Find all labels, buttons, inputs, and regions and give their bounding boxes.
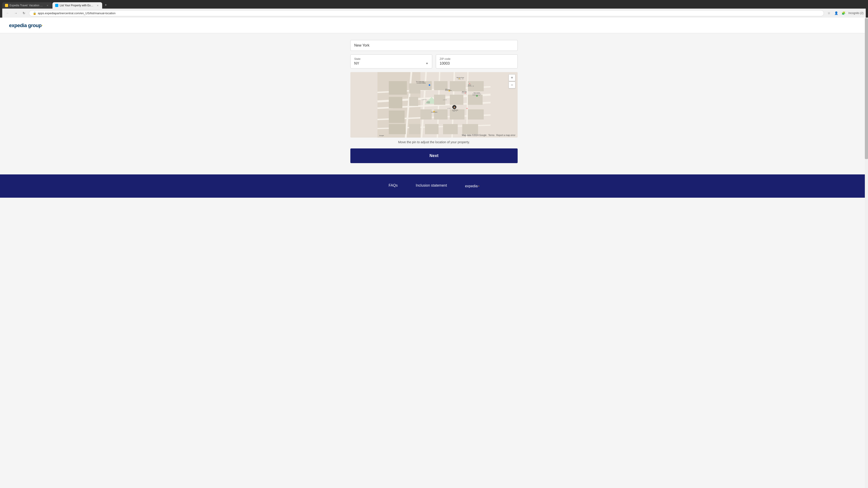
expedia-logo: expedia group· xyxy=(9,22,859,29)
tab-1-title: Expedia Travel: Vacation Home... xyxy=(9,4,44,7)
svg-rect-16 xyxy=(409,84,421,94)
page-footer: FAQs Inclusion statement expedia · xyxy=(0,174,868,198)
svg-rect-31 xyxy=(425,124,438,134)
svg-rect-15 xyxy=(389,110,405,123)
svg-text:Europe & American: Europe & American xyxy=(472,94,481,95)
tab-2-favicon xyxy=(55,4,58,7)
svg-text:Foundation Building: Foundation Building xyxy=(416,83,426,84)
logo-text: expedia group xyxy=(9,23,41,28)
svg-point-37 xyxy=(429,84,430,86)
main-content: New York State NY ▼ ZIP code 10003 xyxy=(346,33,522,170)
svg-text:E 7th St: E 7th St xyxy=(447,108,452,109)
forward-button[interactable]: → xyxy=(13,10,19,16)
svg-rect-17 xyxy=(409,97,418,106)
state-field[interactable]: State NY ▼ xyxy=(350,55,432,68)
bookmark-button[interactable]: ☆ xyxy=(826,10,832,16)
svg-text:Japanese · $$: Japanese · $$ xyxy=(467,86,474,87)
scrollbar-thumb[interactable] xyxy=(865,18,868,159)
zip-field[interactable]: ZIP code 10003 xyxy=(436,55,518,68)
address-bar[interactable]: 🔒 apps.expediapartnercentral.com/en_US/l… xyxy=(29,10,824,16)
next-button[interactable]: Next xyxy=(350,149,518,163)
zoom-out-button[interactable]: − xyxy=(508,82,515,88)
svg-rect-30 xyxy=(409,124,421,134)
footer-faqs-link[interactable]: FAQs xyxy=(389,184,398,189)
svg-text:Italian · $: Italian · $ xyxy=(453,111,457,112)
svg-rect-60 xyxy=(467,108,467,109)
svg-text:Librae Bakery: Librae Bakery xyxy=(431,111,438,113)
svg-rect-23 xyxy=(450,95,463,105)
map-container[interactable]: Cooper Sq E 7th St E 7th St The Cooper U… xyxy=(350,72,518,138)
map-svg: Cooper Sq E 7th St E 7th St The Cooper U… xyxy=(350,72,518,138)
city-field[interactable]: New York xyxy=(350,40,518,51)
chevron-down-icon: ▼ xyxy=(426,62,428,65)
svg-rect-43 xyxy=(469,83,470,84)
svg-text:Kosher · $: Kosher · $ xyxy=(462,92,467,94)
svg-text:Mountain House: Mountain House xyxy=(457,77,464,78)
toolbar-actions: ☆ 👤 🧩 Incognito (2) xyxy=(826,10,864,16)
svg-text:McSorley's: McSorley's xyxy=(445,89,451,90)
new-tab-button[interactable]: + xyxy=(103,2,109,8)
svg-text:Kimura: Kimura xyxy=(468,85,471,86)
svg-rect-14 xyxy=(389,97,402,108)
page-header: expedia group· xyxy=(0,18,868,33)
page-content: expedia group· New York State NY ▼ ZIP c… xyxy=(0,18,868,488)
zip-label: ZIP code xyxy=(440,57,514,61)
footer-expedia-link[interactable]: expedia · xyxy=(465,184,479,189)
zip-value: 10003 xyxy=(440,61,450,65)
extensions-button[interactable]: 🧩 xyxy=(840,10,846,16)
tab-1[interactable]: Expedia Travel: Vacation Home... ✕ xyxy=(2,2,52,8)
footer-inclusion-link[interactable]: Inclusion statement xyxy=(416,184,447,189)
scrollbar[interactable] xyxy=(865,18,868,488)
reload-button[interactable]: ↻ xyxy=(21,10,27,16)
svg-rect-32 xyxy=(443,124,458,134)
svg-text:The Cooper Union ·: The Cooper Union · xyxy=(416,81,425,82)
svg-text:San Marzano: San Marzano xyxy=(452,109,458,111)
terms-link[interactable]: Terms xyxy=(488,134,494,136)
lock-icon: 🔒 xyxy=(33,11,36,15)
url-text: apps.expediapartnercentral.com/en_US/lis… xyxy=(38,11,820,15)
svg-rect-26 xyxy=(434,109,447,120)
tab-1-favicon xyxy=(5,4,8,7)
browser-tabs: Expedia Travel: Vacation Home... ✕ List … xyxy=(2,2,866,8)
state-zip-row: State NY ▼ ZIP code 10003 xyxy=(350,55,518,68)
footer-expedia-text: expedia xyxy=(465,184,477,188)
tab-2-close[interactable]: ✕ xyxy=(96,4,99,7)
svg-text:Swiss Institute: Swiss Institute xyxy=(473,92,480,94)
map-hint: Move the pin to adjust the location of y… xyxy=(350,140,518,144)
browser-chrome: Expedia Travel: Vacation Home... ✕ List … xyxy=(0,0,868,18)
state-dropdown[interactable]: NY ▼ xyxy=(354,61,428,66)
svg-text:E 7th St: E 7th St xyxy=(443,99,447,101)
svg-rect-29 xyxy=(389,124,406,134)
svg-text:Old Ale House: Old Ale House xyxy=(445,90,452,91)
report-map-error-link[interactable]: Report a map error xyxy=(496,134,515,136)
tab-1-close[interactable]: ✕ xyxy=(46,4,49,7)
city-value: New York xyxy=(354,43,370,47)
svg-rect-20 xyxy=(450,81,466,91)
svg-rect-24 xyxy=(468,95,483,105)
logo-dot: · xyxy=(41,23,43,28)
svg-rect-28 xyxy=(468,109,484,120)
svg-rect-25 xyxy=(421,109,432,120)
zoom-in-button[interactable]: + xyxy=(508,74,515,81)
profile-button[interactable]: 👤 xyxy=(833,10,839,16)
svg-text:B&H Dairy: B&H Dairy xyxy=(462,91,467,92)
browser-toolbar: ← → ↻ 🔒 apps.expediapartnercentral.com/e… xyxy=(2,8,866,18)
map-attribution-right: Map data ©2024 Google Terms Report a map… xyxy=(462,134,515,136)
state-label: State xyxy=(354,57,428,61)
tab-2[interactable]: List Your Property with Expedia ✕ xyxy=(53,2,102,8)
svg-text:🏨: 🏨 xyxy=(454,106,456,108)
footer-expedia-dot: · xyxy=(478,184,479,189)
map-controls: + − xyxy=(508,74,515,88)
footer-links: FAQs Inclusion statement expedia · xyxy=(9,184,859,189)
svg-text:Cooper: Cooper xyxy=(427,101,430,102)
map-inner: Cooper Sq E 7th St E 7th St The Cooper U… xyxy=(350,72,518,138)
state-value: NY xyxy=(354,61,359,66)
map-data-text: Map data ©2024 Google xyxy=(462,134,487,136)
svg-rect-33 xyxy=(462,124,478,134)
back-button[interactable]: ← xyxy=(4,10,11,16)
tab-2-title: List Your Property with Expedia xyxy=(60,4,94,7)
svg-text:Google: Google xyxy=(379,135,384,136)
svg-rect-27 xyxy=(450,109,465,120)
svg-text:Sichuan · $$: Sichuan · $$ xyxy=(458,78,464,79)
svg-text:contemporary art: contemporary art xyxy=(472,95,480,96)
